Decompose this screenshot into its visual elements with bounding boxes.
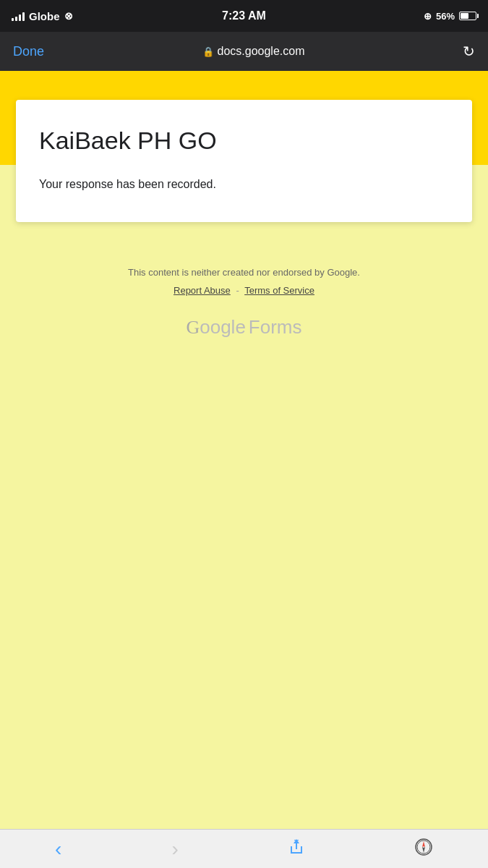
- form-subtitle: Your response has been recorded.: [39, 176, 449, 193]
- carrier-label: Globe: [29, 10, 60, 22]
- link-separator: -: [236, 285, 239, 296]
- disclaimer-text: This content is neither created nor endo…: [128, 265, 360, 281]
- bottom-nav-bar: ‹ ›: [0, 829, 488, 868]
- response-card: KaiBaek PH GO Your response has been rec…: [16, 100, 472, 222]
- forms-label: Forms: [249, 316, 302, 339]
- battery-icon: [459, 12, 476, 20]
- compass-button[interactable]: [400, 830, 448, 868]
- status-bar: Globe ⊗ 7:23 AM ⊕ 56%: [0, 0, 488, 32]
- page-content: KaiBaek PH GO Your response has been rec…: [0, 71, 488, 868]
- forward-button[interactable]: ›: [157, 830, 192, 868]
- form-title: KaiBaek PH GO: [39, 126, 449, 156]
- terms-of-service-link[interactable]: Terms of Service: [244, 285, 314, 296]
- back-button[interactable]: ‹: [40, 830, 76, 868]
- svg-marker-6: [422, 847, 425, 853]
- battery-percent: 56%: [436, 11, 455, 22]
- svg-marker-5: [422, 841, 425, 847]
- status-left: Globe ⊗: [12, 10, 73, 22]
- status-time: 7:23 AM: [222, 9, 266, 22]
- status-right: ⊕ 56%: [424, 11, 476, 22]
- footer-links: Report Abuse - Terms of Service: [128, 285, 360, 296]
- signal-icon: [12, 11, 25, 21]
- done-button[interactable]: Done: [13, 44, 44, 59]
- report-abuse-link[interactable]: Report Abuse: [174, 285, 231, 296]
- footer-section: This content is neither created nor endo…: [106, 265, 382, 339]
- url-bar[interactable]: 🔒 docs.google.com: [202, 45, 305, 58]
- share-button[interactable]: [274, 832, 319, 866]
- refresh-button[interactable]: ↻: [463, 43, 475, 60]
- google-forms-logo: Google Forms: [128, 316, 360, 339]
- lock-icon: 🔒: [202, 46, 214, 57]
- location-icon: ⊕: [424, 11, 432, 22]
- url-text: docs.google.com: [218, 45, 305, 58]
- browser-bar: Done 🔒 docs.google.com ↻: [0, 32, 488, 71]
- google-label: Google: [186, 316, 245, 339]
- wifi-icon: ⊗: [64, 10, 73, 22]
